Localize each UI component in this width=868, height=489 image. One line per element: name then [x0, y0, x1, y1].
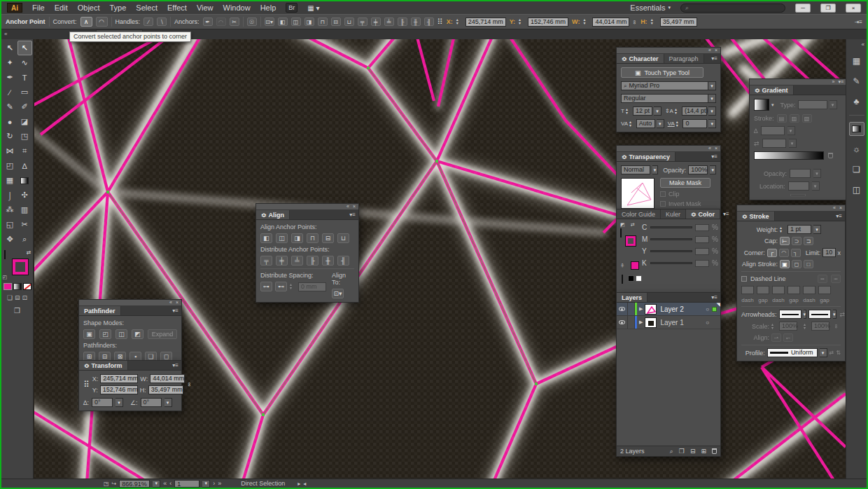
- delete-stop-icon[interactable]: [828, 153, 833, 158]
- selection-tool[interactable]: ↖: [3, 41, 18, 55]
- tab-transparency[interactable]: ≎Transparency: [617, 152, 676, 161]
- collapse-panel-icon[interactable]: «: [833, 205, 836, 211]
- yellow-slider[interactable]: [650, 250, 692, 252]
- draw-normal-icon[interactable]: ❏: [7, 294, 13, 301]
- close-button[interactable]: ×: [846, 4, 861, 13]
- preserve-dash-icon[interactable]: ┅: [818, 275, 827, 283]
- unite-icon[interactable]: ▣: [83, 329, 95, 339]
- w-field[interactable]: 44,014 mm: [592, 18, 629, 27]
- stroke-along-icon[interactable]: ▥: [790, 114, 799, 123]
- scroll-right-icon[interactable]: ▸: [298, 481, 300, 487]
- gradient-slider[interactable]: [754, 151, 824, 160]
- close-panel-icon[interactable]: ×: [176, 300, 178, 305]
- expand-panel-icon[interactable]: »: [832, 79, 834, 85]
- distribute-left-icon[interactable]: ╟: [398, 18, 407, 26]
- projecting-cap-icon[interactable]: ⊐: [804, 237, 813, 245]
- delete-layer-icon[interactable]: [712, 448, 717, 454]
- touch-type-tool-button[interactable]: ▣ Touch Type Tool: [621, 67, 704, 78]
- panel-menu-icon[interactable]: ▾≡: [720, 209, 732, 219]
- rectangle-tool[interactable]: ▭: [18, 85, 32, 99]
- gradient-swatch[interactable]: [754, 99, 769, 111]
- distribute-h-center-icon[interactable]: ╫: [411, 18, 421, 26]
- gradient-button[interactable]: [13, 283, 22, 290]
- distribute-v-center-icon[interactable]: ╪: [276, 256, 288, 266]
- menu-effect[interactable]: Effect: [167, 4, 187, 12]
- align-to-selection-icon[interactable]: ⊡▾: [265, 18, 274, 26]
- align-stroke-inside-icon[interactable]: ◻: [792, 260, 802, 268]
- align-bottom-icon[interactable]: ⊔: [337, 233, 349, 243]
- link-scales-icon[interactable]: ∞: [833, 324, 839, 329]
- close-panel-icon[interactable]: ×: [715, 48, 718, 53]
- dash-field[interactable]: [772, 286, 785, 294]
- draw-inside-icon[interactable]: ⊡: [22, 294, 28, 301]
- brushes-icon[interactable]: ✎: [849, 74, 864, 88]
- new-sublayer-icon[interactable]: ⊟: [690, 448, 696, 455]
- visibility-icon[interactable]: [619, 320, 625, 324]
- remove-anchor-icon[interactable]: ✒: [203, 18, 213, 26]
- pencil-tool[interactable]: ✐: [18, 99, 32, 114]
- zoom-tool[interactable]: ⌕: [18, 232, 32, 247]
- zoom-level-field[interactable]: 866.91%: [119, 480, 150, 488]
- align-to-dropdown-icon[interactable]: ⊡▾: [332, 289, 344, 298]
- panel-menu-icon[interactable]: ▾≡: [708, 54, 720, 63]
- lasso-tool[interactable]: ∿: [18, 55, 32, 70]
- last-color-swatch[interactable]: [631, 261, 639, 270]
- h-field[interactable]: 35,497 mm: [660, 18, 697, 27]
- line-segment-tool[interactable]: ∕: [3, 85, 18, 99]
- distribute-bottom-icon[interactable]: ╧: [384, 18, 394, 26]
- slice-tool[interactable]: ✂: [18, 217, 32, 232]
- pathfinder-icon[interactable]: ◫: [849, 183, 864, 197]
- shear-field[interactable]: 0°: [141, 398, 162, 407]
- black-swatch[interactable]: [628, 275, 634, 282]
- collapse-toolbar-icon[interactable]: «: [4, 31, 7, 37]
- yellow-field[interactable]: [695, 248, 709, 255]
- style-dropdown-icon[interactable]: ▾: [708, 94, 716, 103]
- aspect-field[interactable]: [762, 139, 786, 148]
- prev-artboard-icon[interactable]: ‹: [169, 480, 172, 487]
- cyan-slider[interactable]: [650, 226, 692, 228]
- cut-path-icon[interactable]: ✂: [230, 18, 239, 26]
- arrowhead-end-dropdown-icon[interactable]: ▾: [833, 310, 836, 319]
- make-mask-button[interactable]: Make Mask: [660, 178, 710, 188]
- rotate-dropdown-icon[interactable]: ▾: [115, 398, 123, 407]
- dash-field[interactable]: [741, 286, 754, 294]
- round-cap-icon[interactable]: ⊃: [792, 237, 802, 245]
- target-icon[interactable]: ○: [706, 306, 709, 312]
- y-stepper[interactable]: ▴▾: [519, 18, 524, 25]
- gradient-opacity-dropdown-icon[interactable]: ▾: [813, 169, 821, 178]
- menu-edit[interactable]: Edit: [55, 4, 68, 12]
- collapse-panel-icon[interactable]: «: [169, 300, 172, 305]
- close-panel-icon[interactable]: ×: [353, 204, 356, 209]
- font-size-field[interactable]: 12 pt: [633, 106, 652, 116]
- locate-object-icon[interactable]: ⌕: [670, 448, 673, 455]
- expand-layer-icon[interactable]: ▶: [637, 306, 645, 312]
- align-stroke-outside-icon[interactable]: □: [804, 260, 813, 268]
- y-field[interactable]: 152,746 mm: [528, 18, 568, 27]
- align-right-icon[interactable]: ◨: [304, 18, 314, 26]
- menu-select[interactable]: Select: [136, 4, 158, 12]
- align-h-center-icon[interactable]: ◫: [291, 18, 301, 26]
- none-swatch[interactable]: [622, 275, 623, 284]
- tracking-field[interactable]: 0: [682, 119, 707, 128]
- stroke-color-swatch[interactable]: [626, 236, 636, 246]
- connect-anchor-icon[interactable]: ◠: [216, 18, 226, 26]
- angle-field[interactable]: [761, 126, 785, 135]
- tab-color[interactable]: ≎Color: [686, 209, 720, 219]
- tab-kuler[interactable]: Kuler: [661, 209, 686, 219]
- limit-field[interactable]: 10: [822, 248, 835, 257]
- perspective-grid-tool[interactable]: ∆: [18, 158, 32, 173]
- panel-menu-icon[interactable]: ▾≡: [169, 361, 181, 370]
- gap-field[interactable]: [757, 286, 769, 294]
- tracking-dropdown-icon[interactable]: ▾: [708, 119, 716, 128]
- scale-tool[interactable]: ◳: [18, 129, 32, 144]
- gradient-type-field[interactable]: [798, 100, 827, 109]
- exclude-icon[interactable]: ◩: [132, 329, 144, 339]
- panel-resize-handle[interactable]: [790, 194, 806, 196]
- shape-builder-tool[interactable]: ◰: [3, 158, 18, 173]
- align-top-icon[interactable]: ⊓: [318, 18, 328, 26]
- make-clipping-mask-icon[interactable]: ❐: [679, 448, 685, 455]
- opacity-field[interactable]: 100%: [688, 165, 708, 174]
- paintbrush-tool[interactable]: ✎: [3, 99, 18, 114]
- complement-icon[interactable]: ⇄: [631, 222, 635, 228]
- artboard-dropdown-icon[interactable]: ▾: [202, 480, 210, 488]
